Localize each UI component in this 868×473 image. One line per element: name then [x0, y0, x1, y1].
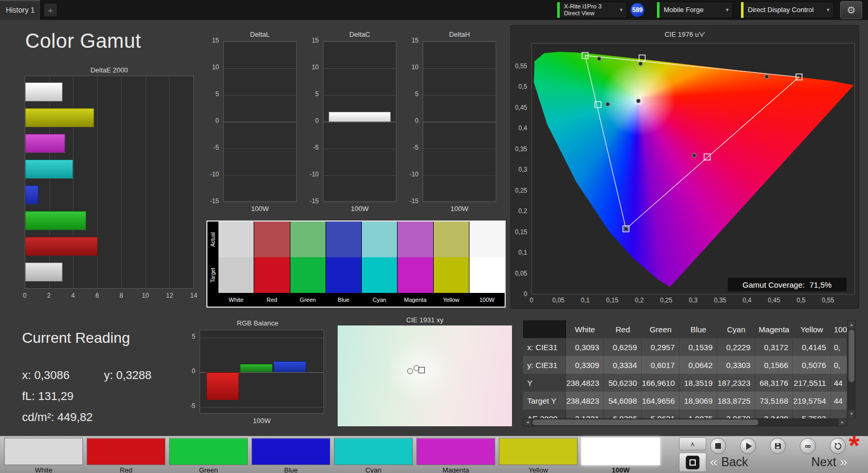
- gridline: [423, 149, 496, 149]
- expand-panel-button[interactable]: ∧: [679, 437, 706, 450]
- swatch-col-cyan: Cyan: [361, 222, 397, 307]
- scroll-left-icon[interactable]: ◄: [524, 419, 531, 426]
- gamut-coverage-readout: Gamut Coverage: 71,5%: [728, 278, 846, 291]
- play-button[interactable]: [740, 438, 756, 454]
- axis-tick-label: 10: [405, 64, 419, 71]
- axis-tick-label: 0,35: [511, 145, 527, 153]
- back-button[interactable]: « Back: [710, 454, 748, 470]
- gridline: [323, 95, 396, 96]
- stop-button[interactable]: [710, 438, 726, 454]
- axis-tick-label: 10: [305, 64, 319, 71]
- table-cell: 0,3172: [755, 338, 793, 356]
- table-header-white: White: [566, 320, 604, 338]
- axis-tick-label: 0: [183, 367, 195, 375]
- deltal-chart: [223, 41, 297, 202]
- chevron-down-icon: ▼: [616, 7, 626, 13]
- chevrons-right-icon: »: [840, 454, 847, 470]
- table-header-cyan: Cyan: [717, 320, 755, 338]
- axis-tick-label: 5: [405, 90, 419, 98]
- next-button[interactable]: Next »: [811, 454, 848, 470]
- gridline: [224, 175, 296, 176]
- table-row[interactable]: y: CIE310,33090,33340,60170,06420,33030,…: [523, 356, 847, 374]
- scroll-right-icon[interactable]: ►: [839, 419, 846, 426]
- meter-name: X-Rite i1Pro 3: [564, 3, 614, 10]
- gridline: [224, 202, 296, 203]
- table-row[interactable]: x: CIE310,30930,62590,29570,15390,22290,…: [523, 338, 847, 356]
- continuous-measure-button[interactable]: ∞: [800, 438, 816, 454]
- tab-history-1[interactable]: History 1: [0, 0, 41, 20]
- row-label: ΔE 2000: [523, 409, 566, 418]
- table-horizontal-scrollbar[interactable]: ◄ ►: [523, 418, 847, 426]
- bottom-swatch-magenta[interactable]: [416, 438, 495, 465]
- save-button[interactable]: [770, 438, 786, 454]
- rgb-balance-chart: [200, 330, 324, 414]
- actual-swatch-yellow: [434, 222, 469, 257]
- axis-tick-label: 0,55: [511, 62, 527, 70]
- measured-marker-cyan: [606, 102, 610, 107]
- table-cell: 0,6259: [604, 338, 642, 356]
- deltae-bar-100w: [25, 262, 62, 281]
- scroll-down-icon[interactable]: ▼: [848, 410, 855, 418]
- display-control-dropdown[interactable]: Direct Display Control ▼: [740, 2, 834, 18]
- meter-mode: Direct View: [564, 10, 614, 17]
- bottom-swatch-white[interactable]: [4, 438, 83, 465]
- axis-tick-label: -5: [183, 402, 195, 409]
- table-row[interactable]: ΔE 20003,12316,03065,06311,08753,96783,3…: [523, 409, 847, 418]
- table-vertical-scrollbar[interactable]: ▲ ▼: [848, 320, 855, 418]
- target-swatch-red: [254, 257, 289, 293]
- reading-x: x: 0,3086: [22, 369, 70, 382]
- measured-marker-magenta: [692, 153, 696, 157]
- add-tab-button[interactable]: +: [44, 4, 57, 16]
- vertical-scroll-thumb[interactable]: [849, 330, 854, 382]
- table-row[interactable]: Target Y238,482354,6098164,965618,906918…: [523, 392, 847, 409]
- actual-swatch-white: [218, 222, 254, 257]
- deltah-chart-title: DeltaH: [423, 30, 496, 38]
- horizontal-scroll-thumb[interactable]: [532, 419, 758, 425]
- deltah-x-label: 100W: [423, 205, 496, 213]
- swatch-label: White: [218, 293, 254, 307]
- gridline: [323, 149, 396, 149]
- axis-tick-label: -15: [405, 197, 419, 205]
- meter-dropdown[interactable]: X-Rite i1Pro 3 Direct View ▼: [557, 2, 627, 18]
- axis-tick-label: -5: [205, 144, 219, 151]
- refresh-button[interactable]: [830, 438, 846, 454]
- table-header-blue: Blue: [679, 320, 717, 338]
- measured-marker-red: [765, 75, 769, 79]
- gamut-target-triangle: [585, 56, 799, 229]
- bottom-swatch-green[interactable]: [169, 438, 248, 465]
- actual-swatch-green: [290, 222, 326, 257]
- gridline: [200, 338, 323, 338]
- pattern-window-button[interactable]: [679, 453, 706, 472]
- axis-tick-label: 6: [96, 292, 99, 299]
- table-cell: 0,: [831, 338, 847, 356]
- gridline: [323, 202, 396, 203]
- measured-marker-blue: [624, 227, 628, 231]
- table-cell: 3,9678: [717, 409, 755, 418]
- axis-tick-label: 0,2: [635, 297, 644, 304]
- table-cell: 0,0642: [679, 356, 717, 374]
- deltae-bar-magenta: [25, 134, 65, 153]
- bottom-swatch-label-red: Red: [87, 466, 165, 473]
- bottom-swatch-100w[interactable]: [581, 438, 660, 465]
- bottom-swatch-blue[interactable]: [252, 438, 330, 465]
- pattern-source-dropdown[interactable]: Mobile Forge ▼: [656, 2, 733, 18]
- table-cell: 0,3093: [566, 338, 604, 356]
- table-cell: 50,6230: [604, 374, 642, 392]
- scroll-up-icon[interactable]: ▲: [848, 321, 855, 329]
- infinity-icon: ∞: [805, 442, 811, 451]
- axis-tick-label: -10: [205, 171, 219, 178]
- axis-tick-label: 15: [305, 37, 319, 44]
- bottom-swatch-cyan[interactable]: [334, 438, 413, 465]
- table-header-green: Green: [642, 320, 679, 338]
- settings-button[interactable]: ⚙: [840, 1, 862, 19]
- table-row[interactable]: Y238,482350,6230166,961018,3519187,23236…: [523, 374, 847, 392]
- gridline: [224, 41, 296, 42]
- bottom-swatch-yellow[interactable]: [499, 438, 578, 465]
- reading-fl: fL: 131,29: [22, 390, 74, 403]
- bottom-swatch-red[interactable]: [87, 438, 165, 465]
- meter-dropdown-text: X-Rite i1Pro 3 Direct View: [560, 3, 616, 17]
- gear-icon: ⚙: [846, 4, 855, 16]
- axis-tick-label: 0,4: [511, 124, 527, 132]
- swatch-label: Blue: [326, 293, 361, 307]
- table-cell: 0,5076: [793, 356, 831, 374]
